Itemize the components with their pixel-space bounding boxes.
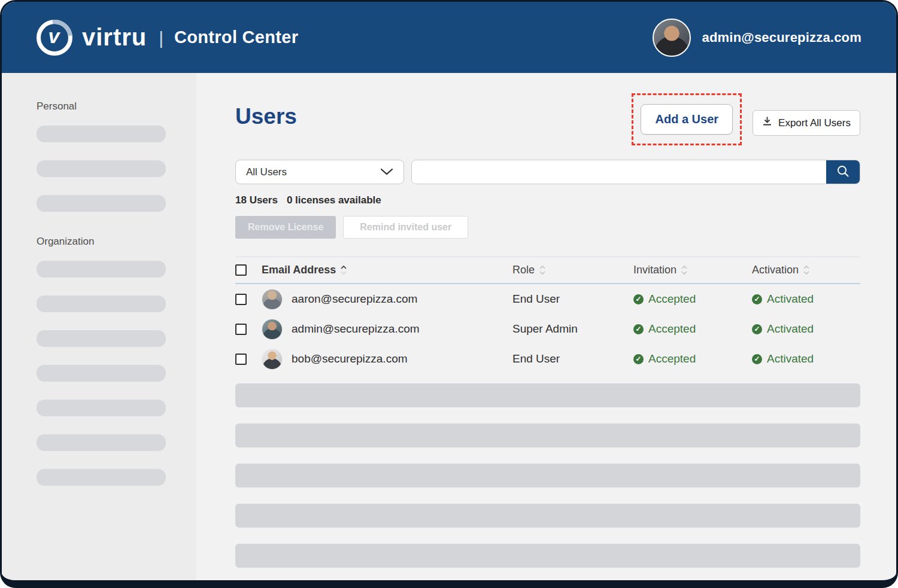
sidebar-nav-item-placeholder: [37, 330, 166, 347]
top-navbar: v virtru | Control Center admin@securepi…: [2, 2, 896, 73]
licenses-available: 0 licenses available: [287, 194, 381, 206]
sort-icon-email[interactable]: [340, 264, 347, 276]
user-count: 18 Users: [235, 194, 278, 206]
sidebar-nav-item-placeholder: [37, 160, 166, 177]
search-bar: [411, 160, 860, 184]
sort-icon-activation[interactable]: [803, 264, 810, 276]
user-avatar: [262, 289, 283, 310]
invitation-status-label: Accepted: [648, 293, 696, 306]
sidebar-nav-item-placeholder: [37, 261, 166, 278]
user-email: aaron@securepizza.com: [292, 293, 417, 306]
sidebar-placeholder-list: [37, 261, 196, 486]
user-email: admin@securepizza.com: [292, 322, 420, 336]
product-name: Control Center: [174, 28, 298, 47]
sidebar-section-label: Personal: [37, 100, 196, 112]
user-filter-selected-value: All Users: [246, 166, 287, 178]
table-row: bob@securepizza.com End User ✓ Accepted …: [235, 344, 860, 374]
table-row-placeholder: [235, 464, 860, 488]
activation-status-label: Activated: [767, 352, 814, 365]
invitation-status-label: Accepted: [648, 352, 696, 365]
activation-status: ✓ Activated: [752, 352, 814, 365]
row-checkbox[interactable]: [235, 354, 247, 365]
check-circle-icon: ✓: [633, 294, 644, 304]
search-button[interactable]: [826, 160, 860, 184]
virtru-logo-letter: v: [48, 25, 60, 48]
column-header-activation[interactable]: Activation: [752, 264, 799, 276]
remove-license-button[interactable]: Remove License: [235, 216, 336, 239]
add-user-highlight-box: Add a User: [632, 93, 742, 145]
sidebar-nav-item-placeholder: [37, 434, 166, 451]
column-header-invitation[interactable]: Invitation: [633, 264, 676, 276]
table-row-placeholder: [235, 504, 860, 528]
users-table-header: Email Address Role: [235, 257, 860, 284]
remind-invited-user-button[interactable]: Remind invited user: [343, 216, 468, 239]
user-avatar: [262, 319, 283, 340]
user-email: bob@securepizza.com: [292, 352, 408, 365]
account-area[interactable]: admin@securepizza.com: [653, 19, 861, 57]
sidebar-nav-item-placeholder: [37, 365, 166, 382]
sidebar-nav-item-placeholder: [37, 295, 166, 312]
table-row: aaron@securepizza.com End User ✓ Accepte…: [235, 284, 860, 314]
row-checkbox[interactable]: [235, 324, 247, 335]
account-email: admin@securepizza.com: [702, 30, 861, 45]
placeholder-row-list: [235, 383, 860, 568]
download-icon: [762, 116, 772, 130]
export-all-users-label: Export All Users: [778, 117, 851, 129]
search-icon: [836, 164, 850, 179]
table-row: admin@securepizza.com Super Admin ✓ Acce…: [235, 314, 860, 344]
check-circle-icon: ✓: [752, 354, 762, 364]
row-checkbox[interactable]: [235, 294, 247, 305]
app-window: v virtru | Control Center admin@securepi…: [0, 0, 898, 588]
search-input[interactable]: [412, 160, 826, 184]
table-row-placeholder: [235, 544, 860, 568]
user-filter-dropdown[interactable]: All Users: [235, 160, 404, 184]
invitation-status: ✓ Accepted: [633, 322, 696, 336]
virtru-logo-icon: v: [37, 20, 72, 56]
table-row-placeholder: [235, 424, 860, 447]
page-title: Users: [235, 104, 297, 129]
brand-name: virtru: [82, 24, 147, 51]
activation-status-label: Activated: [767, 322, 814, 336]
add-user-button[interactable]: Add a User: [641, 104, 733, 135]
sidebar-nav-item-placeholder: [37, 469, 166, 486]
user-avatar: [262, 349, 283, 370]
check-circle-icon: ✓: [752, 294, 762, 304]
chevron-down-icon: [380, 166, 393, 178]
invitation-status-label: Accepted: [648, 322, 696, 336]
sidebar-section-organization: Organization: [37, 236, 196, 486]
column-header-email[interactable]: Email Address: [262, 264, 336, 276]
users-table: Email Address Role: [235, 257, 860, 568]
sidebar-nav-item-placeholder: [37, 126, 166, 142]
sidebar-nav-item-placeholder: [37, 195, 166, 212]
activation-status-label: Activated: [767, 293, 814, 306]
check-circle-icon: ✓: [633, 354, 644, 364]
sidebar-placeholder-list: [37, 126, 196, 212]
sidebar-section-personal: Personal: [37, 100, 196, 212]
activation-status: ✓ Activated: [752, 293, 814, 306]
user-role: Super Admin: [512, 322, 578, 336]
sidebar-nav-item-placeholder: [37, 400, 166, 416]
sidebar-nav: Personal Organization: [2, 73, 196, 580]
activation-status: ✓ Activated: [752, 322, 814, 336]
column-header-role[interactable]: Role: [512, 264, 535, 276]
user-role: End User: [512, 293, 560, 306]
invitation-status: ✓ Accepted: [633, 293, 696, 306]
select-all-checkbox[interactable]: [235, 264, 247, 276]
check-circle-icon: ✓: [633, 324, 644, 334]
check-circle-icon: ✓: [752, 324, 762, 334]
sort-icon-role[interactable]: [539, 264, 546, 276]
sidebar-section-label: Organization: [37, 236, 196, 248]
brand-divider: |: [159, 28, 163, 48]
main-content: Users Add a User Export Al: [196, 73, 896, 580]
user-role: End User: [512, 352, 560, 365]
invitation-status: ✓ Accepted: [633, 352, 696, 365]
table-row-placeholder: [235, 383, 860, 407]
export-all-users-button[interactable]: Export All Users: [753, 110, 860, 136]
sort-icon-invitation[interactable]: [681, 264, 688, 276]
account-avatar[interactable]: [653, 19, 691, 57]
